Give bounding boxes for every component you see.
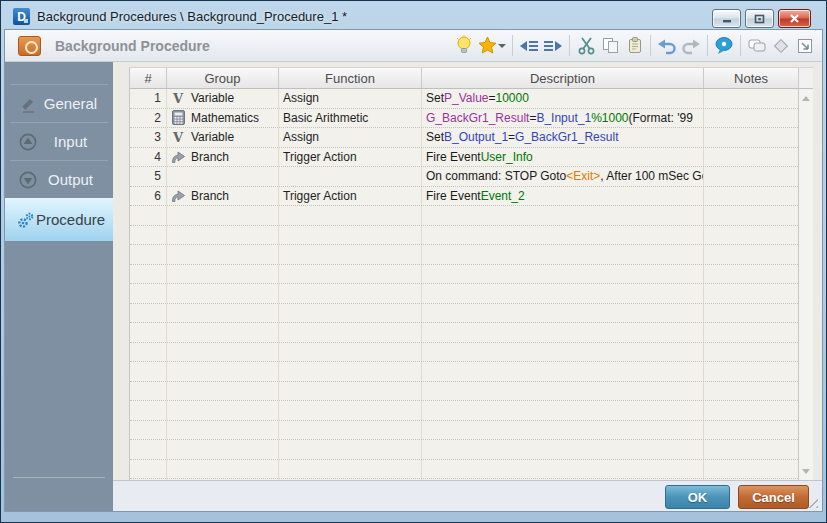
app-logo-icon: D (13, 8, 30, 25)
row-number (130, 284, 167, 303)
cancel-button[interactable]: Cancel (738, 485, 809, 509)
sidebar-item-general[interactable]: General (5, 85, 113, 122)
close-button[interactable] (778, 9, 811, 28)
description-text (422, 382, 704, 401)
footer-bar: OK Cancel (113, 480, 822, 511)
sidebar-item-input[interactable]: Input (5, 123, 113, 160)
titlebar[interactable]: D Background Procedures \ Background_Pro… (3, 3, 824, 30)
row-number: 1 (130, 89, 167, 108)
paste-button[interactable] (622, 34, 646, 58)
undo-button[interactable] (655, 34, 679, 58)
function-label (279, 304, 422, 323)
variable-icon: V (170, 130, 186, 145)
table-row[interactable]: 6BranchTrigger ActionFire Event Event_2 (130, 187, 798, 207)
table-row[interactable]: 5On command: STOP Goto <Exit>, After 100… (130, 167, 798, 187)
chevron-down-icon (498, 44, 506, 48)
procedure-panel: # Group Function Description Notes 1VVar… (113, 62, 822, 480)
row-number (130, 343, 167, 362)
table-row-empty (130, 460, 798, 480)
function-label (279, 226, 422, 245)
notes-cell (704, 128, 798, 147)
close-icon (789, 14, 800, 23)
table-row-empty (130, 440, 798, 460)
validate-button[interactable] (769, 34, 793, 58)
row-number (130, 440, 167, 459)
column-header-num[interactable]: # (130, 68, 167, 88)
table-row-empty (130, 382, 798, 402)
favorites-button[interactable] (476, 34, 508, 58)
copy-button[interactable] (598, 34, 622, 58)
table-row[interactable]: 4BranchTrigger ActionFire Event User_Inf… (130, 148, 798, 168)
table-row-empty (130, 421, 798, 441)
row-number (130, 304, 167, 323)
table-row[interactable]: 2MathematicsBasic ArithmeticG_BackGr1_Re… (130, 109, 798, 129)
column-header-function[interactable]: Function (279, 68, 422, 88)
mathematics-icon (170, 110, 186, 125)
redo-button[interactable] (679, 34, 703, 58)
function-label (279, 362, 422, 381)
column-header-description[interactable]: Description (422, 68, 704, 88)
row-number (130, 421, 167, 440)
table-row-empty (130, 226, 798, 246)
group-label: Variable (191, 130, 234, 144)
description-text (422, 226, 704, 245)
description-text (422, 323, 704, 342)
comments-button[interactable] (745, 34, 769, 58)
notes-cell (704, 343, 798, 362)
function-label (279, 284, 422, 303)
comments-icon (747, 37, 767, 55)
function-label (279, 167, 422, 186)
hint-button[interactable] (452, 34, 476, 58)
column-header-group[interactable]: Group (167, 68, 279, 88)
row-number (130, 265, 167, 284)
variable-icon: V (170, 91, 186, 106)
undo-icon (657, 37, 677, 55)
cut-button[interactable] (574, 34, 598, 58)
function-label: Trigger Action (279, 187, 422, 206)
description-text (422, 440, 704, 459)
procedure-steps-grid: # Group Function Description Notes 1VVar… (129, 67, 813, 480)
minimize-button[interactable] (712, 9, 741, 28)
table-row-empty (130, 284, 798, 304)
row-number (130, 401, 167, 420)
table-row-empty (130, 401, 798, 421)
sidebar-item-label: General (40, 95, 101, 112)
lightbulb-icon (454, 35, 474, 56)
ok-button[interactable]: OK (665, 485, 730, 509)
notes-cell (704, 440, 798, 459)
description-text: Fire Event Event_2 (422, 187, 704, 206)
sidebar-item-output[interactable]: Output (5, 161, 113, 198)
sidebar-item-procedure[interactable]: Procedure (5, 198, 113, 241)
notes-cell (704, 421, 798, 440)
edit-icon (16, 94, 40, 114)
notes-cell (704, 362, 798, 381)
notes-cell (704, 89, 798, 108)
popout-button[interactable] (793, 34, 817, 58)
indent-button[interactable] (541, 34, 565, 58)
maximize-button[interactable] (745, 9, 774, 28)
scroll-up-button[interactable] (800, 91, 812, 105)
table-row[interactable]: 1VVariableAssignSet P_Value = 10000 (130, 89, 798, 109)
copy-icon (601, 36, 620, 55)
chevron-down-icon (802, 469, 810, 474)
toolbar-title: Background Procedure (55, 38, 210, 54)
function-label (279, 382, 422, 401)
description-text (422, 265, 704, 284)
scroll-down-button[interactable] (800, 464, 812, 478)
dialog-window: D Background Procedures \ Background_Pro… (0, 0, 827, 523)
vertical-scrollbar[interactable] (798, 89, 813, 480)
table-row[interactable]: 3VVariableAssignSet B_Output_1 = G_BackG… (130, 128, 798, 148)
notes-cell (704, 206, 798, 225)
table-row-empty (130, 323, 798, 343)
description-text (422, 206, 704, 225)
gears-icon (16, 210, 36, 230)
toolbar: Background Procedure (5, 30, 822, 62)
column-header-notes[interactable]: Notes (704, 68, 799, 88)
notes-cell (704, 323, 798, 342)
notes-cell (704, 284, 798, 303)
info-button[interactable] (712, 34, 736, 58)
outdent-button[interactable] (517, 34, 541, 58)
indent-icon (543, 37, 563, 55)
description-text (422, 401, 704, 420)
group-label: Mathematics (191, 111, 259, 125)
